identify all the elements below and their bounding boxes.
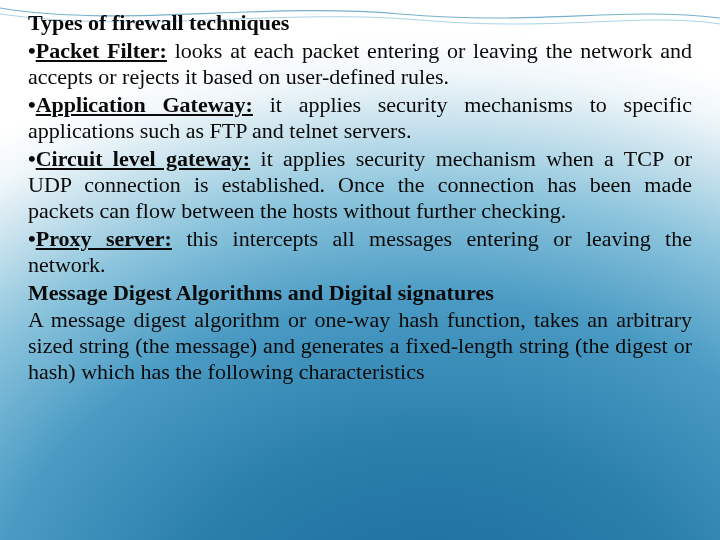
subsection-title: Message Digest Algorithms and Digital si… [28, 280, 692, 306]
bullet-lead: Packet Filter: [36, 38, 167, 63]
bullet-circuit-level-gateway: •Circuit level gateway: it applies secur… [28, 146, 692, 224]
section-title: Types of firewall techniques [28, 10, 692, 36]
bullet-lead: Application Gateway: [36, 92, 253, 117]
bullet-dot-icon: • [28, 226, 36, 251]
bullet-lead: Circuit level gateway: [36, 146, 251, 171]
bullet-lead: Proxy server: [36, 226, 172, 251]
bullet-dot-icon: • [28, 92, 36, 117]
bullet-dot-icon: • [28, 146, 36, 171]
slide: Types of firewall techniques •Packet Fil… [0, 0, 720, 540]
bullet-packet-filter: •Packet Filter: looks at each packet ent… [28, 38, 692, 90]
paragraph: A message digest algorithm or one-way ha… [28, 307, 692, 385]
bullet-proxy-server: •Proxy server: this intercepts all messa… [28, 226, 692, 278]
bullet-dot-icon: • [28, 38, 36, 63]
bullet-application-gateway: •Application Gateway: it applies securit… [28, 92, 692, 144]
slide-content: Types of firewall techniques •Packet Fil… [28, 10, 692, 385]
